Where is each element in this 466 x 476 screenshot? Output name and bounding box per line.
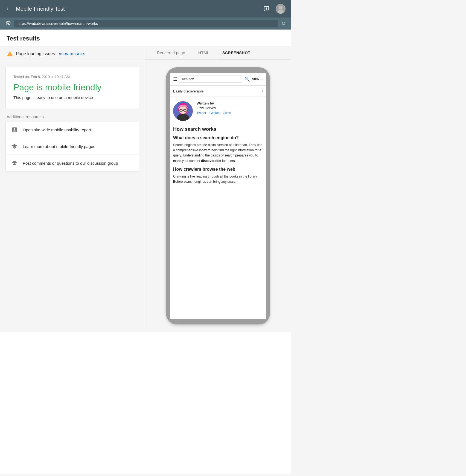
mobile-friendly-desc: This page is easy to use on a mobile dev… [13,95,131,100]
view-details-button[interactable]: VIEW DETAILS [59,52,85,56]
phone-mockup: ☰ web.dev 🔍 SIGN ... Easily discoverable… [166,67,270,324]
mobile-friendly-title: Page is mobile friendly [13,82,131,92]
author-info: Written by Lizzi Harvey Twitter · GitHub… [197,101,231,115]
app-header: ← Mobile-Friendly Test [0,0,291,18]
phone-breadcrumb: Easily discoverable I [170,86,266,97]
article-h3: How crawlers browse the web [173,167,263,172]
left-panel: Page loading issues VIEW DETAILS Tested … [0,47,145,332]
school-icon-2 [11,160,18,166]
breadcrumb-text: Easily discoverable [173,89,203,93]
author-avatar [173,101,193,121]
refresh-button[interactable]: ↻ [281,21,286,27]
issue-bar: Page loading issues VIEW DETAILS [0,47,145,61]
user-avatar[interactable] [276,4,286,14]
link-sep-2: · [221,111,222,115]
feedback-button[interactable] [261,4,271,14]
phone-search-icon: 🔍 [244,77,250,82]
test-date: Tested on: Feb 8, 2019 at 10:41 AM [13,75,131,79]
hamburger-icon: ☰ [173,77,177,82]
school-icon-1 [11,143,18,150]
globe-svg [5,20,11,26]
url-input[interactable] [14,20,278,27]
article-p1-bold: discoverable [201,159,221,163]
additional-resources-title: Additional resources [5,114,139,119]
app-title: Mobile-Friendly Test [16,6,261,12]
phone-search-bar[interactable]: web.dev [179,76,242,83]
main-content: Test results Page loading issues VIEW DE… [0,30,291,474]
tabs-bar: Rendered page HTML SCREENSHOT [145,47,291,60]
glitch-link[interactable]: Glitch [223,111,231,115]
article-p1-text2: for users. [221,159,235,163]
result-card: Tested on: Feb 8, 2019 at 10:41 AM Page … [5,67,139,109]
header-icons [261,4,286,14]
panels: Page loading issues VIEW DETAILS Tested … [0,47,291,332]
svg-point-3 [279,6,282,10]
test-results-header: Test results [0,30,291,47]
article-p1: Search engines are the digital version o… [173,143,263,164]
twitter-link[interactable]: Twitter [197,111,206,115]
phone-sign-button[interactable]: SIGN ... [252,77,263,81]
author-links: Twitter · GitHub · Glitch [197,111,231,115]
back-button[interactable]: ← [5,5,11,12]
warning-triangle-svg [7,51,13,57]
resource-text-3: Post comments or questions to our discus… [23,161,118,166]
article-p2: Crawling is like reading through all the… [173,174,263,184]
feedback-icon [263,6,269,12]
author-name: Lizzi Harvey [197,106,231,110]
phone-article: How search works What does a search engi… [170,124,266,187]
svg-rect-1 [266,9,267,10]
phone-screen: ☰ web.dev 🔍 SIGN ... Easily discoverable… [170,73,266,319]
report-icon [11,126,18,133]
test-results-title: Test results [7,35,284,42]
resource-item-3[interactable]: Post comments or questions to our discus… [6,155,139,171]
tab-rendered-page[interactable]: Rendered page [152,47,191,59]
warning-icon [7,51,13,57]
additional-resources: Additional resources Open site-wide mobi… [5,114,139,172]
article-h2: What does a search engine do? [173,135,263,140]
author-avatar-svg [173,101,193,121]
resource-text-1: Open site-wide mobile usability report [23,127,91,132]
avatar-image [276,4,286,14]
url-bar: ↻ [0,18,291,30]
tab-html[interactable]: HTML [193,47,215,59]
phone-navbar: ☰ web.dev 🔍 SIGN ... [170,73,266,86]
svg-point-7 [179,106,187,114]
resource-text-2: Learn more about mobile-friendly pages [23,144,95,149]
tab-screenshot[interactable]: SCREENSHOT [217,47,256,59]
link-sep-1: · [207,111,208,115]
resources-card: Open site-wide mobile usability report L… [5,121,139,172]
globe-icon [5,20,11,27]
resource-item-1[interactable]: Open site-wide mobile usability report [6,121,139,138]
resource-item-2[interactable]: Learn more about mobile-friendly pages [6,138,139,155]
right-panel: Rendered page HTML SCREENSHOT ☰ web.dev … [145,47,291,332]
phone-author-section: Written by Lizzi Harvey Twitter · GitHub… [170,97,266,124]
issue-text: Page loading issues [16,51,55,56]
github-link[interactable]: GitHub [209,111,220,115]
phone-container: ☰ web.dev 🔍 SIGN ... Easily discoverable… [145,60,291,332]
breadcrumb-arrow: I [262,89,263,93]
article-h1: How search works [173,126,263,132]
svg-rect-0 [266,7,267,9]
written-by-label: Written by [197,101,231,105]
